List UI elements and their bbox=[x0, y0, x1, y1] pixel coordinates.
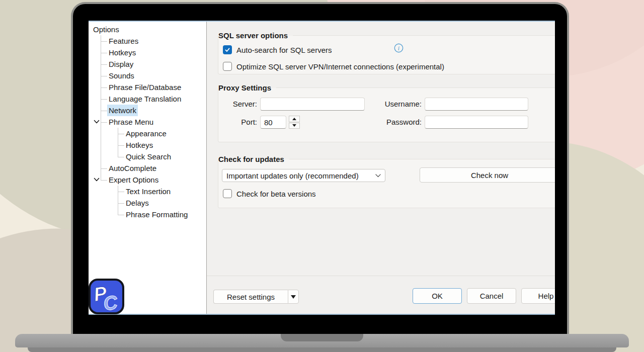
tree-item-label: Display bbox=[107, 58, 135, 70]
password-label: Password: bbox=[369, 116, 422, 129]
spinner-down-button[interactable] bbox=[289, 123, 300, 129]
check-now-button[interactable]: Check now bbox=[420, 167, 555, 183]
group-title: Proxy Settings bbox=[218, 82, 276, 94]
group-sql-server-options: SQL server options Auto-search for SQL s… bbox=[218, 35, 555, 74]
options-dialog: Options Features Hotkeys Display Sounds … bbox=[89, 21, 555, 315]
chevron-down-icon[interactable] bbox=[94, 177, 100, 183]
tree-item-label: Hotkeys bbox=[107, 47, 137, 58]
laptop-base-shadow bbox=[28, 347, 616, 352]
server-label: Server: bbox=[218, 98, 257, 111]
info-icon[interactable]: i bbox=[394, 43, 404, 53]
spinner-up-button[interactable] bbox=[289, 116, 300, 122]
tree-item-label: Phrase Formatting bbox=[124, 209, 189, 220]
server-input[interactable] bbox=[260, 98, 365, 111]
tree-item-label: Appearance bbox=[124, 128, 168, 139]
laptop-notch bbox=[281, 334, 363, 341]
tree-item-label: Quick Search bbox=[124, 151, 173, 162]
optimize-vpn-checkbox-row[interactable]: Optimize SQL server VPN/Internet connect… bbox=[223, 61, 444, 71]
phraseexpress-logo: P C bbox=[88, 278, 125, 315]
group-title: Check for updates bbox=[218, 154, 289, 165]
tree-item-label: Text Insertion bbox=[124, 186, 172, 197]
up-arrow-icon bbox=[292, 118, 296, 120]
options-tree-sidebar: Options Features Hotkeys Display Sounds … bbox=[89, 22, 207, 314]
checkbox-checked-icon[interactable] bbox=[223, 45, 232, 54]
reset-settings-label: Reset settings bbox=[227, 293, 275, 301]
tree-item-text-insertion[interactable]: Text Insertion bbox=[89, 186, 206, 197]
tree-item-label: Phrase Menu bbox=[107, 116, 155, 128]
checkbox-unchecked-icon[interactable] bbox=[223, 62, 232, 71]
tree-item-phrase-formatting[interactable]: Phrase Formatting bbox=[89, 209, 206, 220]
tree-item-label: Hotkeys bbox=[124, 139, 154, 151]
checkbox-unchecked-icon[interactable] bbox=[223, 189, 232, 198]
tree-item-label: AutoComplete bbox=[107, 162, 158, 174]
help-button[interactable]: Help bbox=[521, 288, 555, 304]
dropdown-arrow-icon bbox=[291, 295, 296, 299]
tree-item-label: Features bbox=[107, 35, 140, 47]
cancel-button[interactable]: Cancel bbox=[467, 288, 516, 304]
tree-item-options[interactable]: Options bbox=[89, 24, 206, 35]
tree-item-label: Network bbox=[107, 105, 138, 116]
port-spinner bbox=[289, 116, 300, 129]
password-input[interactable] bbox=[425, 116, 528, 129]
down-arrow-icon bbox=[292, 124, 296, 127]
tree-item-appearance[interactable]: Appearance bbox=[89, 128, 206, 139]
tree-item-language-translation[interactable]: Language Translation bbox=[89, 93, 206, 105]
port-label: Port: bbox=[218, 116, 257, 129]
reset-settings-menu-button[interactable] bbox=[288, 290, 299, 304]
tree-item-quick-search[interactable]: Quick Search bbox=[89, 151, 206, 162]
tree-item-label: Sounds bbox=[107, 70, 136, 81]
tree-item-network-selected[interactable]: Network bbox=[89, 105, 206, 116]
tree-item-features[interactable]: Features bbox=[89, 35, 206, 47]
group-proxy-settings: Proxy Settings Server: Username: Port: P… bbox=[218, 87, 555, 142]
tree-item-label: Language Translation bbox=[107, 93, 183, 105]
group-title: SQL server options bbox=[218, 30, 293, 41]
reset-settings-split-button: Reset settings bbox=[213, 290, 299, 304]
tree-item-sounds[interactable]: Sounds bbox=[89, 70, 206, 81]
checkbox-label: Check for beta versions bbox=[236, 190, 316, 198]
auto-search-checkbox-row[interactable]: Auto-search for SQL servers bbox=[223, 45, 332, 55]
tree-item-autocomplete[interactable]: AutoComplete bbox=[89, 162, 206, 174]
username-label: Username: bbox=[369, 98, 422, 111]
laptop-screen: Options Features Hotkeys Display Sounds … bbox=[71, 2, 569, 335]
reset-settings-button[interactable]: Reset settings bbox=[213, 290, 288, 304]
port-input[interactable] bbox=[260, 116, 286, 129]
username-input[interactable] bbox=[425, 98, 528, 111]
svg-text:i: i bbox=[398, 45, 399, 52]
tree-item-phrase-file-database[interactable]: Phrase File/Database bbox=[89, 81, 206, 93]
dropdown-selected-value: Important updates only (recommended) bbox=[226, 171, 359, 180]
checkbox-label: Optimize SQL server VPN/Internet connect… bbox=[236, 62, 444, 71]
tree-item-label: Phrase File/Database bbox=[107, 81, 183, 93]
dialog-footer: Reset settings OK Cancel Help bbox=[207, 276, 555, 314]
checkbox-label: Auto-search for SQL servers bbox=[236, 46, 332, 54]
settings-panel: SQL server options Auto-search for SQL s… bbox=[207, 22, 555, 314]
tree-item-menu-hotkeys[interactable]: Hotkeys bbox=[89, 139, 206, 151]
tree-item-expert-options[interactable]: Expert Options bbox=[89, 174, 206, 186]
chevron-down-icon bbox=[375, 174, 381, 178]
tree-item-label: Delays bbox=[124, 197, 150, 209]
tree-item-hotkeys[interactable]: Hotkeys bbox=[89, 47, 206, 58]
chevron-down-icon[interactable] bbox=[94, 119, 100, 125]
tree-item-phrase-menu[interactable]: Phrase Menu bbox=[89, 116, 206, 128]
ok-button[interactable]: OK bbox=[413, 288, 462, 304]
tree-item-display[interactable]: Display bbox=[89, 58, 206, 70]
beta-versions-checkbox-row[interactable]: Check for beta versions bbox=[223, 189, 316, 199]
tree-item-delays[interactable]: Delays bbox=[89, 197, 206, 209]
laptop-base bbox=[15, 334, 629, 347]
tree-item-label: Options bbox=[92, 24, 121, 35]
update-channel-dropdown[interactable]: Important updates only (recommended) bbox=[222, 169, 385, 182]
group-check-for-updates: Check for updates Important updates only… bbox=[218, 159, 555, 208]
tree-item-label: Expert Options bbox=[107, 174, 160, 186]
